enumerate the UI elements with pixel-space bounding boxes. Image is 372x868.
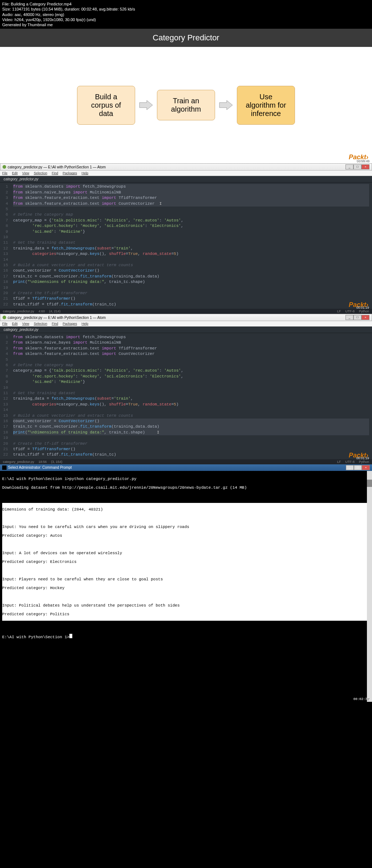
status-pos: 18:56: [39, 460, 47, 464]
cmd-selection: Dimensions of training data: (2844, 4032…: [2, 503, 370, 621]
menu-help[interactable]: Help: [82, 171, 89, 175]
editor-tab[interactable]: category_predictor.py: [0, 176, 372, 183]
timestamp: 00:00:48: [356, 159, 369, 163]
menu-edit[interactable]: Edit: [12, 171, 18, 175]
menu-find[interactable]: Find: [52, 322, 58, 325]
meta-audio: Audio: aac, 48000 Hz, stereo (eng): [2, 12, 370, 17]
minimize-button[interactable]: _: [345, 164, 353, 169]
meta-video: Video: h264, yuv420p, 1920x1080, 30.00 f…: [2, 17, 370, 22]
code-editor[interactable]: 12345678910111213141516171819202122 from…: [0, 333, 372, 459]
cmd-line: Predicted category: Autos: [2, 533, 370, 538]
status-enc: UTF-8: [345, 309, 355, 313]
menu-bar: File Edit View Selection Find Packages H…: [0, 321, 372, 327]
timestamp: 00:01:19: [356, 306, 369, 309]
line-gutter: 12345678910111213141516171819202122: [0, 183, 10, 309]
window-controls: _ □ ×: [345, 164, 369, 169]
cmd-line: Predicted category: Politics: [2, 612, 370, 616]
status-bar: category_predictor.py 18:56 (3, 154) LF …: [0, 459, 372, 464]
status-lf: LF: [337, 309, 341, 313]
step-box-2: Train an algorithm: [157, 90, 215, 120]
arrow-icon: [219, 100, 233, 111]
window-controls: _ □ ×: [346, 465, 370, 470]
minimize-button[interactable]: _: [345, 315, 353, 320]
atom-icon: [3, 316, 6, 319]
status-sel: (3, 154): [51, 460, 62, 464]
line-gutter: 12345678910111213141516171819202122: [0, 333, 10, 459]
menu-bar: File Edit View Selection Find Packages H…: [0, 171, 372, 176]
close-button[interactable]: ×: [362, 465, 370, 470]
cmd-titlebar[interactable]: Select Administrator: Command Prompt _ □…: [0, 464, 372, 471]
cmd-line: Input: You need to be careful with cars …: [2, 525, 370, 529]
timestamp: 00:01:19: [356, 456, 369, 460]
step-box-1: Build a corpus of data: [77, 86, 135, 125]
command-prompt: Select Administrator: Command Prompt _ □…: [0, 464, 372, 702]
arrow-icon: [139, 100, 153, 111]
window-controls: _ □ ×: [345, 315, 369, 320]
slide-title: Category Predictor: [0, 29, 372, 47]
window-titlebar[interactable]: category_predictor.py — E:\AI with Pytho…: [0, 163, 372, 171]
close-button[interactable]: ×: [361, 164, 369, 169]
cmd-line: Input: Players need to be careful when t…: [2, 577, 370, 581]
atom-editor-2: category_predictor.py — E:\AI with Pytho…: [0, 314, 372, 464]
menu-file[interactable]: File: [2, 171, 8, 175]
menu-view[interactable]: View: [22, 322, 29, 325]
cmd-line: Input: Political debates help us underst…: [2, 603, 370, 608]
cmd-prompt: E:\AI with Python\Section 1>: [2, 635, 69, 639]
cmd-title-text: Select Administrator: Command Prompt: [8, 465, 72, 469]
close-button[interactable]: ×: [361, 315, 369, 320]
status-enc: UTF-8: [345, 460, 355, 464]
window-title: category_predictor.py — E:\AI with Pytho…: [8, 316, 106, 320]
code-content[interactable]: from sklearn.datasets import fetch_20new…: [10, 333, 372, 459]
menu-view[interactable]: View: [22, 171, 29, 175]
atom-editor-1: category_predictor.py — E:\AI with Pytho…: [0, 163, 372, 314]
maximize-button[interactable]: □: [353, 315, 361, 320]
atom-icon: [3, 165, 6, 169]
cmd-line: Predicted category: Electronics: [2, 560, 370, 564]
slide-content: Build a corpus of data Train an algorith…: [0, 47, 372, 163]
minimize-button[interactable]: _: [346, 465, 354, 470]
menu-edit[interactable]: Edit: [12, 322, 18, 325]
maximize-button[interactable]: □: [353, 164, 361, 169]
cmd-output[interactable]: E:\AI with Python\Section 1>python categ…: [0, 471, 372, 702]
menu-find[interactable]: Find: [52, 171, 58, 175]
timestamp: 00:02:37: [353, 697, 369, 701]
meta-size: Size: 11047191 bytes (10.54 MiB), durati…: [2, 7, 370, 12]
status-sel: (4, 214): [49, 309, 61, 313]
meta-gen: Generated by Thumbnail me: [2, 22, 370, 27]
cmd-line: Predicted category: Hockey: [2, 586, 370, 590]
scrollbar[interactable]: [367, 471, 372, 702]
cmd-line: E:\AI with Python\Section 1>python categ…: [2, 477, 370, 481]
status-pos: 4:60: [39, 309, 45, 313]
status-lf: LF: [337, 460, 341, 464]
menu-selection[interactable]: Selection: [34, 322, 47, 325]
cmd-icon: [2, 465, 7, 470]
cursor-icon: [69, 634, 72, 638]
maximize-button[interactable]: □: [354, 465, 362, 470]
window-titlebar[interactable]: category_predictor.py — E:\AI with Pytho…: [0, 314, 372, 321]
menu-packages[interactable]: Packages: [63, 322, 77, 325]
editor-tab[interactable]: category_predictor.py: [0, 327, 372, 333]
code-content[interactable]: from sklearn.datasets import fetch_20new…: [10, 183, 372, 309]
menu-packages[interactable]: Packages: [63, 171, 77, 175]
window-title: category_predictor.py — E:\AI with Pytho…: [8, 165, 106, 169]
cmd-line: Input: A lot of devices can be operated …: [2, 551, 370, 555]
status-lang: Python: [359, 309, 369, 313]
meta-file: File: Building a Category Predictor.mp4: [2, 1, 370, 7]
menu-selection[interactable]: Selection: [34, 171, 47, 175]
code-editor[interactable]: 12345678910111213141516171819202122 from…: [0, 183, 372, 309]
cmd-line: Downloading dataset from http://people.c…: [2, 485, 370, 490]
cursor-arrow-icon: ↖: [196, 558, 199, 564]
step-box-3: Use algorithm for inference: [237, 86, 295, 125]
menu-file[interactable]: File: [2, 322, 8, 325]
status-lang: Python: [359, 460, 369, 464]
menu-help[interactable]: Help: [82, 322, 89, 325]
cmd-line: Dimensions of training data: (2844, 4032…: [2, 507, 370, 512]
status-bar: category_predictor.py 4:60 (4, 214) LF U…: [0, 309, 372, 314]
scroll-thumb[interactable]: [367, 480, 372, 487]
status-file: category_predictor.py: [3, 309, 34, 313]
file-metadata: File: Building a Category Predictor.mp4 …: [0, 0, 372, 29]
status-file: category_predictor.py: [3, 460, 34, 464]
